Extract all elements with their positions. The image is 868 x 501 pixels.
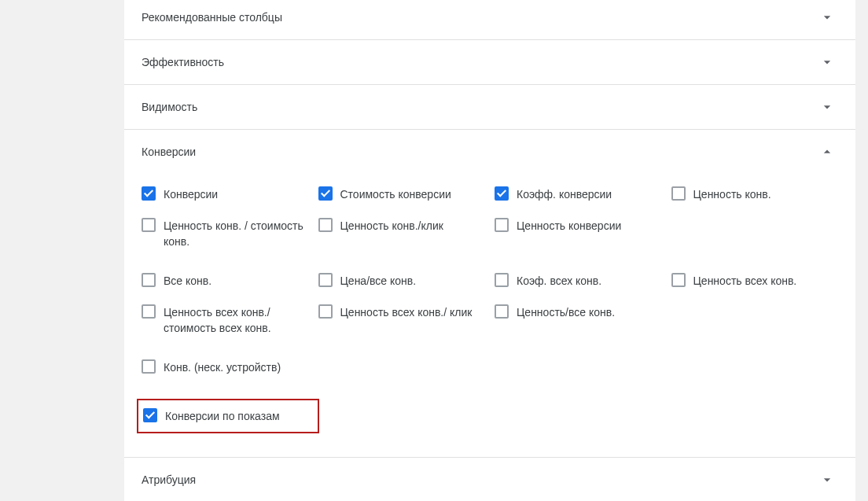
checkbox-item[interactable]: Ценность/все конв. [495,304,662,336]
checkbox-item[interactable]: Цена/все конв. [318,273,486,289]
checkbox-label: Ценность всех конв./ стоимость всех конв… [164,304,309,336]
checkbox[interactable] [318,304,333,319]
checkbox[interactable] [495,218,509,232]
checkbox-label: Ценность/все конв. [517,304,615,320]
checkbox-item[interactable]: Ценность конверсии [495,218,662,249]
section-title: Рекомендованные столбцы [142,9,282,25]
section-visibility[interactable]: Видимость [124,85,855,130]
checkbox-item[interactable]: Ценность конв. / стоимость конв. [142,218,309,249]
checkbox[interactable] [495,304,509,319]
chevron-down-icon [818,470,837,489]
section-title: Атрибуция [142,472,196,488]
chevron-down-icon [818,53,837,72]
checkbox-item[interactable]: Ценность всех конв./ стоимость всех конв… [142,304,309,336]
checkbox-label: Коэф. всех конв. [517,273,601,289]
checkbox[interactable] [495,186,509,201]
section-title: Видимость [142,99,197,115]
checkbox[interactable] [142,304,156,319]
checkbox-label: Коэфф. конверсии [517,186,612,202]
checkbox-label: Ценность всех конв. [693,273,797,289]
checkbox-item[interactable]: Все конв. [142,273,309,289]
checkbox-item-view-conversions[interactable]: Конверсии по показам [143,408,310,424]
checkbox-label: Ценность конв. [693,186,771,202]
checkbox-label: Ценность конверсии [517,218,621,234]
highlight-box: Конверсии по показам [137,399,319,433]
checkbox[interactable] [671,186,686,201]
checkbox-item[interactable]: Конв. (неск. устройств) [142,359,309,375]
checkbox[interactable] [142,186,156,201]
checkbox-item[interactable]: Ценность конв./клик [318,218,486,249]
checkbox-item[interactable]: Коэфф. конверсии [495,186,662,202]
checkbox-item[interactable]: Ценность всех конв. [671,273,839,289]
section-title: Эффективность [142,54,224,70]
conversions-body: КонверсииСтоимость конверсииКоэфф. конве… [124,174,855,458]
checkbox-label: Конверсии по показам [165,408,280,424]
checkbox-item[interactable]: Коэф. всех конв. [495,273,662,289]
checkbox-item[interactable]: Ценность конв. [671,186,839,202]
checkbox-item[interactable]: Конверсии [142,186,309,202]
checkbox[interactable] [142,359,156,374]
checkbox[interactable] [318,218,333,232]
section-title: Конверсии [142,144,196,160]
checkbox-label: Конверсии [164,186,218,202]
chevron-down-icon [818,98,837,116]
checkbox-label: Ценность конв./клик [340,218,443,234]
conversions-group-2: Все конв.Цена/все конв.Коэф. всех конв.Ц… [142,273,838,336]
checkbox[interactable] [142,273,156,287]
section-recommended[interactable]: Рекомендованные столбцы [124,0,855,40]
conversions-group-3: Конв. (неск. устройств) [142,359,838,375]
checkbox-label: Стоимость конверсии [340,186,451,202]
checkbox[interactable] [495,273,509,287]
columns-panel: Рекомендованные столбцы Эффективность Ви… [124,0,855,501]
chevron-up-icon [818,142,837,161]
checkbox[interactable] [142,218,156,232]
section-conversions[interactable]: Конверсии [124,130,855,174]
checkbox[interactable] [143,408,157,422]
section-attribution[interactable]: Атрибуция [124,458,855,501]
checkbox[interactable] [318,273,333,287]
checkbox-label: Ценность конв. / стоимость конв. [164,218,309,249]
checkbox-item[interactable]: Стоимость конверсии [318,186,486,202]
chevron-down-icon [818,8,837,27]
checkbox-label: Цена/все конв. [340,273,417,289]
section-effectiveness[interactable]: Эффективность [124,40,855,85]
checkbox[interactable] [318,186,333,201]
checkbox-label: Ценность всех конв./ клик [340,304,473,320]
checkbox-item[interactable]: Ценность всех конв./ клик [318,304,486,336]
conversions-group-1: КонверсииСтоимость конверсииКоэфф. конве… [142,186,838,249]
checkbox-label: Конв. (неск. устройств) [164,359,281,375]
checkbox-label: Все конв. [164,273,211,289]
checkbox[interactable] [671,273,686,287]
